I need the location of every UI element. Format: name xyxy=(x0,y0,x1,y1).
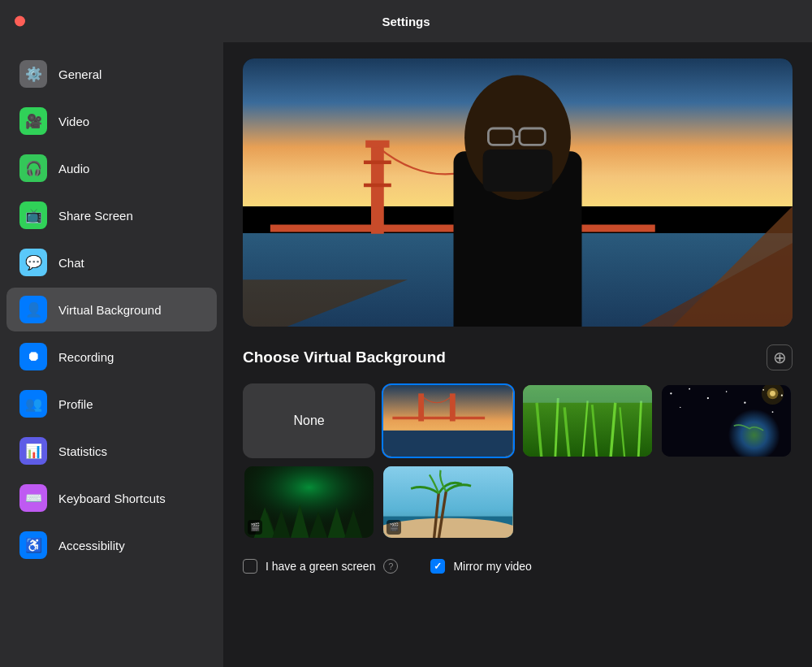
sidebar-label-chat: Chat xyxy=(58,256,84,270)
window-title: Settings xyxy=(382,15,430,28)
sidebar-item-accessibility[interactable]: ♿ Accessibility xyxy=(6,523,217,567)
profile-icon: 👥 xyxy=(19,390,47,418)
aurora-thumb xyxy=(244,466,374,538)
section-heading: Choose Virtual Background ⊕ xyxy=(243,344,793,370)
svg-rect-9 xyxy=(364,184,391,188)
svg-rect-19 xyxy=(383,431,512,457)
sidebar-item-audio[interactable]: 🎧 Audio xyxy=(6,146,217,190)
virtual-background-icon: 👤 xyxy=(19,296,47,323)
statistics-icon: 📊 xyxy=(19,437,47,465)
golden-gate-thumb xyxy=(383,385,512,457)
sidebar: ⚙️ General 🎥 Video 🎧 Audio 📺 Share Scree… xyxy=(0,42,223,667)
sidebar-item-keyboard-shortcuts[interactable]: ⌨️ Keyboard Shortcuts xyxy=(6,476,217,520)
svg-point-58 xyxy=(383,518,512,538)
background-beach[interactable]: 🎬 xyxy=(382,465,514,539)
mirror-video-checkbox[interactable] xyxy=(430,559,445,574)
keyboard-shortcuts-icon: ⌨️ xyxy=(19,484,47,512)
space-svg xyxy=(662,385,791,457)
close-button[interactable] xyxy=(15,16,25,27)
none-label: None xyxy=(294,414,325,428)
svg-rect-8 xyxy=(364,161,391,165)
grass-thumb xyxy=(523,385,652,457)
content-area: Choose Virtual Background ⊕ None xyxy=(223,42,812,667)
main-layout: ⚙️ General 🎥 Video 🎧 Audio 📺 Share Scree… xyxy=(0,42,812,667)
sidebar-item-share-screen[interactable]: 📺 Share Screen xyxy=(6,193,217,237)
accessibility-icon: ♿ xyxy=(19,531,47,559)
background-aurora[interactable]: 🎬 xyxy=(243,465,375,539)
mirror-video-group: Mirror my video xyxy=(430,559,531,574)
sidebar-label-recording: Recording xyxy=(58,350,114,364)
svg-point-34 xyxy=(670,392,672,394)
beach-svg xyxy=(383,466,512,538)
background-space[interactable] xyxy=(660,383,793,458)
recording-icon: ⏺ xyxy=(19,343,47,370)
svg-rect-4 xyxy=(371,142,384,234)
sidebar-label-profile: Profile xyxy=(58,397,93,411)
space-thumb xyxy=(662,385,791,457)
mirror-video-label: Mirror my video xyxy=(453,560,531,573)
svg-point-35 xyxy=(689,388,690,390)
sidebar-item-virtual-background[interactable]: 👤 Virtual Background xyxy=(6,288,217,331)
svg-point-42 xyxy=(771,411,773,413)
sidebar-label-accessibility: Accessibility xyxy=(58,539,125,552)
sidebar-item-video[interactable]: 🎥 Video xyxy=(6,99,217,143)
aurora-video-icon: 🎬 xyxy=(248,520,262,535)
video-icon: 🎥 xyxy=(19,107,47,135)
section-title: Choose Virtual Background xyxy=(243,349,446,366)
add-background-button[interactable]: ⊕ xyxy=(767,344,793,370)
svg-point-46 xyxy=(770,391,775,396)
bottom-controls: I have a green screen ? Mirror my video xyxy=(243,559,793,574)
svg-rect-20 xyxy=(393,417,486,419)
sidebar-label-virtual-background: Virtual Background xyxy=(58,303,161,317)
svg-rect-5 xyxy=(365,141,389,148)
video-background xyxy=(243,58,793,327)
plus-icon: ⊕ xyxy=(773,349,787,366)
background-grid: None xyxy=(243,383,793,539)
chat-icon: 💬 xyxy=(19,249,47,276)
svg-point-38 xyxy=(744,402,745,404)
sidebar-item-general[interactable]: ⚙️ General xyxy=(6,52,217,96)
sidebar-item-statistics[interactable]: 📊 Statistics xyxy=(6,429,217,473)
sidebar-item-recording[interactable]: ⏺ Recording xyxy=(6,335,217,379)
background-grass[interactable] xyxy=(521,383,654,458)
audio-icon: 🎧 xyxy=(19,154,47,182)
titlebar: Settings xyxy=(0,0,812,42)
aurora-svg xyxy=(244,466,374,538)
background-golden-gate[interactable] xyxy=(382,383,514,458)
sidebar-item-chat[interactable]: 💬 Chat xyxy=(6,240,217,284)
sidebar-label-statistics: Statistics xyxy=(58,444,107,458)
svg-rect-17 xyxy=(483,149,553,192)
share-screen-icon: 📺 xyxy=(19,201,47,229)
sidebar-label-keyboard-shortcuts: Keyboard Shortcuts xyxy=(58,492,166,505)
gg-thumb-svg xyxy=(383,385,512,457)
help-icon[interactable]: ? xyxy=(383,559,398,574)
svg-point-41 xyxy=(680,407,680,408)
svg-point-37 xyxy=(726,391,728,392)
green-screen-label: I have a green screen xyxy=(266,560,375,573)
background-none[interactable]: None xyxy=(243,383,375,458)
general-icon: ⚙️ xyxy=(19,60,47,88)
sidebar-label-audio: Audio xyxy=(58,162,89,175)
beach-video-icon: 🎬 xyxy=(387,520,401,535)
svg-point-36 xyxy=(706,397,708,399)
grass-svg xyxy=(523,385,652,457)
beach-thumb xyxy=(383,466,512,538)
sidebar-label-share-screen: Share Screen xyxy=(58,209,133,223)
sidebar-label-video: Video xyxy=(58,115,89,128)
sidebar-label-general: General xyxy=(58,67,102,81)
green-screen-group: I have a green screen ? xyxy=(243,559,398,574)
video-preview xyxy=(243,58,793,327)
svg-marker-2 xyxy=(243,279,408,327)
sidebar-item-profile[interactable]: 👥 Profile xyxy=(6,382,217,426)
green-screen-checkbox[interactable] xyxy=(243,559,257,574)
svg-rect-32 xyxy=(523,385,652,403)
bridge-svg xyxy=(243,58,793,327)
